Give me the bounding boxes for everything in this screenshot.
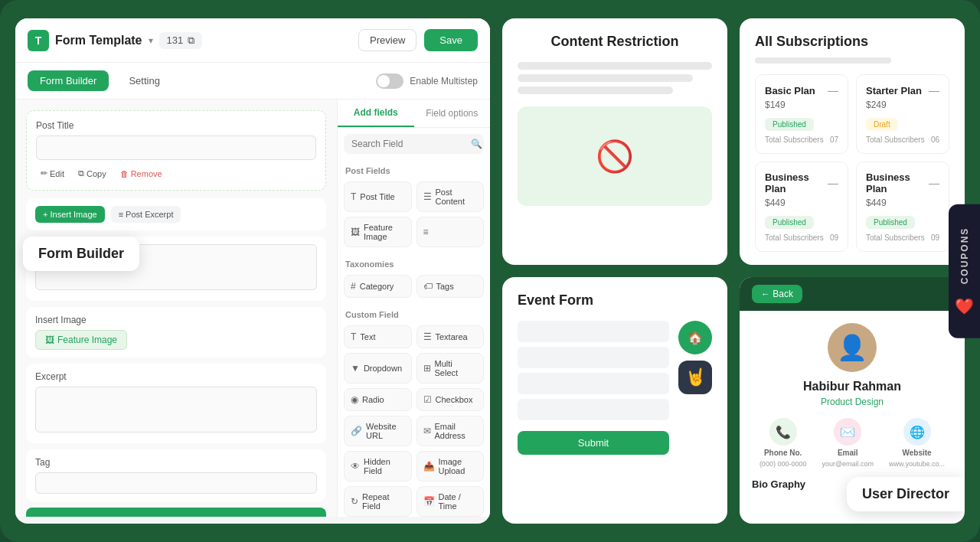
fields-panel: Add fields Field options 🔍 Post Fields T… (337, 100, 490, 517)
plan-header-1: Basic Plan — (765, 84, 838, 96)
post-fields-grid: TPost Title ☰Post Content 🖼Feature Image… (338, 178, 490, 253)
plan-menu-3[interactable]: — (828, 177, 838, 189)
field-tags[interactable]: 🏷Tags (416, 275, 485, 298)
feature-image-button[interactable]: 🖼 Feature Image (35, 330, 127, 350)
field-hidden-field[interactable]: 👁Hidden Field (344, 451, 412, 482)
field-category[interactable]: #Category (344, 275, 412, 298)
field-post-title[interactable]: TPost Title (344, 181, 412, 212)
multistep-label: Enable Multistep (410, 76, 478, 87)
user-directory-badge: User Director (847, 477, 965, 511)
app-logo: T (28, 30, 49, 51)
insert-image-button[interactable]: + Insert Image (35, 206, 105, 223)
form-body: Post Title ✏ Edit ⧉ Copy 🗑 Remove + Inse… (15, 100, 490, 517)
ef-avatar-green: 🏠 (678, 321, 712, 354)
search-icon: 🔍 (471, 139, 482, 149)
content-restriction-lines (518, 62, 712, 94)
event-form-area: Submit 🏠 🤘 (518, 321, 712, 455)
remove-button[interactable]: 🗑 Remove (116, 166, 167, 181)
plan-name-1: Basic Plan (765, 85, 815, 96)
plan-header-4: Business Plan — (866, 171, 939, 194)
eye-slash-icon: 🚫 (596, 139, 634, 175)
field-email-address[interactable]: ✉Email Address (416, 416, 485, 446)
field-radio[interactable]: ◉Radio (344, 388, 412, 411)
user-name: Habibur Rahman (803, 380, 901, 393)
event-submit-button[interactable]: Submit (518, 431, 669, 455)
content-restriction-image: 🚫 (518, 106, 712, 206)
plan-header-3: Business Plan — (765, 171, 838, 194)
field-textarea[interactable]: ☰Textarea (416, 325, 485, 348)
ef-input-1[interactable] (518, 321, 669, 342)
chevron-down-icon[interactable]: ▾ (149, 35, 153, 46)
post-fields-label: Post Fields (338, 160, 490, 178)
plan-name-2: Starter Plan (866, 85, 922, 96)
email-icon: ✉️ (834, 418, 861, 446)
multistep-toggle[interactable] (376, 73, 403, 89)
insert-image-row: + Insert Image ≡ Post Excerpt (26, 198, 326, 230)
insert-image-section: Insert Image 🖼 Feature Image (26, 307, 326, 358)
excerpt-textarea[interactable] (35, 387, 317, 433)
ef-input-4[interactable] (518, 399, 669, 420)
user-contacts: 📞 Phone No. (000) 000-0000 ✉️ Email your… (760, 418, 945, 468)
cr-line-2 (518, 74, 693, 82)
field-text[interactable]: TText (344, 325, 412, 348)
header-left: T Form Template ▾ 131 ⧉ (28, 30, 202, 51)
tab-add-fields[interactable]: Add fields (338, 100, 414, 127)
field-post-excerpt[interactable]: ≡ (416, 217, 485, 247)
search-input[interactable] (351, 139, 466, 149)
copy-icon[interactable]: ⧉ (188, 34, 194, 47)
ef-input-2[interactable] (518, 347, 669, 368)
header-right: Preview Save (358, 29, 478, 51)
phone-icon: 📞 (769, 418, 797, 446)
contact-website: 🌐 Website www.youtube.co... (889, 418, 945, 468)
plan-badge-4: Published (866, 216, 915, 229)
ef-avatar-dark: 🤘 (678, 361, 712, 394)
field-image-upload[interactable]: 📤Image Upload (416, 451, 485, 482)
post-excerpt-tag: ≡ Post Excerpt (111, 206, 181, 223)
tab-field-options[interactable]: Field options (414, 100, 491, 127)
post-title-input[interactable] (36, 136, 316, 160)
user-avatar: 👤 (828, 323, 877, 372)
hand-icon: 🤘 (685, 367, 706, 387)
preview-button[interactable]: Preview (358, 29, 416, 51)
create-post-button[interactable]: Create Post (26, 508, 326, 517)
plan-name-3: Business Plan (765, 171, 828, 194)
tab-form-builder[interactable]: Form Builder (28, 70, 109, 91)
cr-line-3 (518, 87, 673, 94)
field-website-url[interactable]: 🔗Website URL (344, 416, 412, 446)
coupons-sidebar[interactable]: COUPONS ❤️ (949, 204, 980, 338)
coupons-label: COUPONS (959, 227, 970, 285)
form-template-card: T Form Template ▾ 131 ⧉ Preview Save For… (15, 18, 490, 524)
tab-setting[interactable]: Setting (116, 70, 172, 91)
plan-card-3: Business Plan — $449 Published Total Sub… (755, 162, 848, 252)
insert-image-label: Insert Image (35, 315, 317, 325)
back-button[interactable]: ← Back (752, 285, 802, 303)
form-counter: 131 ⧉ (159, 32, 203, 49)
field-feature-image[interactable]: 🖼Feature Image (344, 217, 412, 247)
edit-button[interactable]: ✏ Edit (36, 166, 69, 181)
event-form-avatars: 🏠 🤘 (678, 321, 712, 394)
field-checkbox[interactable]: ☑Checkbox (416, 388, 485, 411)
field-date-time[interactable]: 📅Date / Time (416, 486, 485, 517)
fp-icon: 🏠 (688, 331, 703, 345)
plan-card-1: Basic Plan — $149 Published Total Subscr… (755, 74, 848, 154)
save-button[interactable]: Save (424, 29, 478, 51)
plan-menu-1[interactable]: — (828, 84, 838, 96)
field-repeat-field[interactable]: ↻Repeat Field (344, 486, 412, 517)
event-form-card: Event Form Submit 🏠 🤘 (502, 277, 727, 524)
plan-subscribers-1: Total Subscribers 07 (765, 136, 838, 144)
plan-menu-4[interactable]: — (929, 177, 939, 189)
search-field-wrapper: 🔍 (344, 134, 484, 154)
plan-price-3: $449 (765, 198, 838, 208)
plan-menu-2[interactable]: — (929, 84, 939, 96)
content-restriction-card: Content Restriction 🚫 (502, 18, 727, 265)
event-form-inputs: Submit (518, 321, 669, 455)
field-post-content[interactable]: ☰Post Content (416, 181, 485, 212)
plan-price-4: $449 (866, 198, 939, 208)
field-multi-select[interactable]: ⊞Multi Select (416, 353, 485, 384)
user-role: Product Design (821, 397, 884, 407)
tag-input[interactable] (35, 472, 317, 494)
copy-button[interactable]: ⧉ Copy (74, 166, 111, 181)
field-dropdown[interactable]: ▼Dropdown (344, 353, 412, 384)
plan-badge-2: Draft (866, 118, 898, 131)
ef-input-3[interactable] (518, 373, 669, 394)
